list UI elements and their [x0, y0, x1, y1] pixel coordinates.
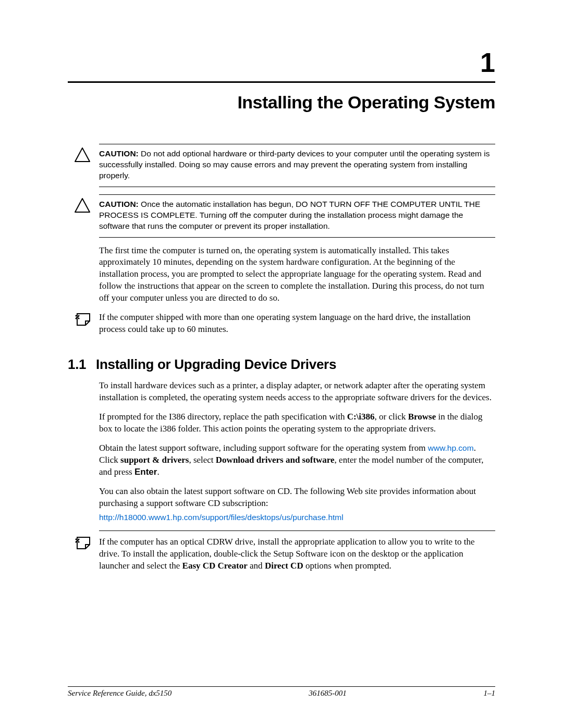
- bold-run: C:\i386: [347, 412, 375, 422]
- chapter-rule: [68, 81, 495, 83]
- body-paragraph: To install hardware devices such as a pr…: [99, 380, 495, 404]
- caution-text: Do not add optional hardware or third-pa…: [99, 149, 490, 180]
- bold-run: Direct CD: [265, 561, 303, 571]
- link-support-cd[interactable]: http://h18000.www1.hp.com/support/files/…: [99, 513, 344, 522]
- caution-icon: [74, 147, 91, 166]
- svg-marker-1: [75, 199, 90, 212]
- bold-run: Easy CD Creator: [182, 561, 248, 571]
- text-run: , select: [189, 455, 215, 465]
- bold-run: Download drivers and software: [216, 455, 335, 465]
- footer-right: 1–1: [483, 689, 495, 698]
- page-footer: Service Reference Guide, dx5150 361685-0…: [68, 686, 495, 698]
- body-paragraph: If prompted for the I386 directory, repl…: [99, 411, 495, 435]
- section-title: Installing or Upgrading Device Drivers: [96, 356, 336, 372]
- note-block-2: If the computer has an optical CDRW driv…: [99, 530, 495, 572]
- note-block-1: If the computer shipped with more than o…: [99, 312, 495, 336]
- caution-label: CAUTION:: [99, 149, 139, 158]
- link-hp[interactable]: www.hp.com: [428, 443, 474, 452]
- bold-run: Enter: [134, 467, 157, 477]
- section-heading: 1.1Installing or Upgrading Device Driver…: [68, 356, 495, 373]
- caution-block-1: CAUTION: Do not add optional hardware or…: [99, 144, 495, 187]
- text-run: options when prompted.: [303, 561, 391, 571]
- body-paragraph: Obtain the latest support software, incl…: [99, 442, 495, 478]
- bold-run: Browse: [408, 412, 436, 422]
- footer-row: Service Reference Guide, dx5150 361685-0…: [68, 689, 495, 698]
- footer-rule: [68, 686, 495, 687]
- body-paragraph: You can also obtain the latest support s…: [99, 486, 495, 510]
- body-paragraph: The first time the computer is turned on…: [99, 245, 495, 305]
- content-area: CAUTION: Do not add optional hardware or…: [99, 144, 495, 572]
- section-number: 1.1: [68, 356, 96, 373]
- caution-icon: [74, 198, 91, 216]
- note-text: If the computer shipped with more than o…: [99, 312, 470, 334]
- text-run: .: [157, 467, 159, 477]
- bold-run: support & drivers: [120, 455, 189, 465]
- caution-label: CAUTION:: [99, 200, 139, 208]
- note-icon: [74, 535, 93, 554]
- text-run: and: [248, 561, 265, 571]
- document-page: 1 Installing the Operating System CAUTIO…: [0, 0, 563, 728]
- svg-marker-0: [75, 148, 90, 162]
- caution-text: Once the automatic installation has begu…: [99, 200, 480, 230]
- text-run: If prompted for the I386 directory, repl…: [99, 412, 347, 422]
- note-icon: [74, 312, 93, 331]
- footer-center: 361685-001: [309, 689, 347, 698]
- footer-left: Service Reference Guide, dx5150: [68, 689, 172, 698]
- chapter-title: Installing the Operating System: [68, 92, 495, 113]
- text-run: Obtain the latest support software, incl…: [99, 443, 428, 453]
- caution-block-2: CAUTION: Once the automatic installation…: [99, 194, 495, 238]
- link-paragraph: http://h18000.www1.hp.com/support/files/…: [99, 512, 495, 524]
- text-run: , or click: [375, 412, 408, 422]
- chapter-number: 1: [68, 47, 495, 78]
